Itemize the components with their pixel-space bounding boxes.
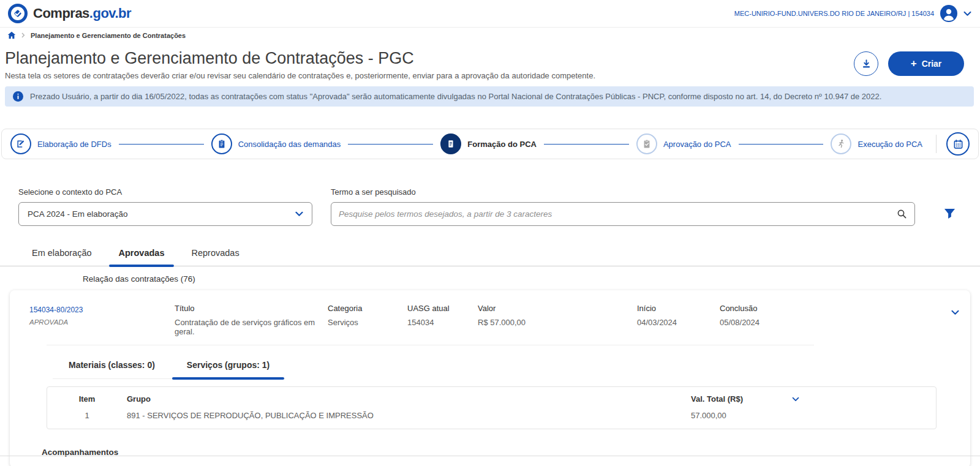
- comprasgov-logo-icon: [7, 3, 28, 24]
- items-table: Item Grupo Val. Total (R$) 1 891 - SERVI…: [47, 386, 937, 429]
- field-valor: Valor R$ 57.000,00: [478, 304, 637, 327]
- field-inicio: Início 04/03/2024: [637, 304, 720, 327]
- chevron-down-icon: [295, 211, 303, 217]
- page-title: Planejamento e Gerenciamento de Contrata…: [5, 49, 595, 68]
- edit-document-icon: [10, 133, 31, 154]
- user-avatar-icon[interactable]: [940, 5, 957, 22]
- info-alert-text: Prezado Usuário, a partir do dia 16/05/2…: [30, 92, 881, 101]
- title-actions: + Criar: [854, 51, 964, 76]
- step-formacao-pca[interactable]: Formação do PCA: [440, 133, 537, 154]
- field-label: Título: [175, 304, 322, 313]
- table-collapse-chevron-icon[interactable]: [792, 397, 799, 402]
- bottom-divider: [0, 456, 980, 456]
- plus-icon: +: [911, 58, 917, 70]
- tab-aprovadas[interactable]: Aprovadas: [105, 242, 178, 266]
- logo-text-dark: Compras: [33, 6, 89, 21]
- subtab-servicos[interactable]: Serviços (grupos: 1): [171, 354, 285, 378]
- summary-divider: [47, 345, 814, 345]
- step-consolidacao-demandas[interactable]: Consolidação das demandas: [211, 133, 341, 154]
- header-val-total: Val. Total (R$): [691, 394, 792, 404]
- pgc-page: Compras.gov.br MEC-UNIRIO-FUND.UNIVERS.D…: [0, 0, 980, 466]
- title-block: Planejamento e Gerenciamento de Contrata…: [5, 49, 595, 80]
- title-row: Planejamento e Gerenciamento de Contrata…: [0, 43, 980, 80]
- step-execucao-pca[interactable]: Execução do PCA: [831, 133, 922, 154]
- download-icon: [861, 59, 872, 69]
- subtab-materiais[interactable]: Materiais (classes: 0): [53, 354, 171, 378]
- stepper-connector: [739, 144, 824, 145]
- field-label: Conclusão: [720, 304, 937, 313]
- filter-funnel-icon: [944, 208, 956, 219]
- tab-em-elaboracao[interactable]: Em elaboração: [18, 242, 105, 266]
- breadcrumb: Planejamento e Gerenciamento de Contrata…: [0, 27, 980, 43]
- field-uasg-atual: UASG atual 154034: [407, 304, 478, 327]
- cell-item: 1: [47, 411, 127, 420]
- contract-id-column: 154034-80/2023 APROVADA: [29, 304, 175, 326]
- breadcrumb-separator-icon: [21, 32, 25, 38]
- pca-context-selected-value: PCA 2024 - Em elaboração: [28, 209, 128, 219]
- home-icon[interactable]: [7, 31, 16, 39]
- header-item: Item: [47, 394, 127, 404]
- user-organization-label: MEC-UNIRIO-FUND.UNIVERS.DO RIO DE JANEIR…: [734, 10, 934, 17]
- contract-card: 154034-80/2023 APROVADA Título Contrataç…: [10, 290, 970, 466]
- contract-status-badge: APROVADA: [29, 318, 175, 326]
- pca-stepper: Elaboração de DFDs Consolidação das dema…: [1, 129, 979, 159]
- field-label: UASG atual: [407, 304, 472, 313]
- step-elaboracao-dfds[interactable]: Elaboração de DFDs: [10, 133, 111, 154]
- field-conclusao: Conclusão 05/08/2024: [720, 304, 943, 327]
- field-titulo: Título Contratação de de serviços gráfic…: [175, 304, 328, 336]
- filters-row: Selecione o contexto do PCA PCA 2024 - E…: [0, 187, 980, 226]
- header-grupo: Grupo: [127, 394, 691, 404]
- field-value: Contratação de de serviços gráficos em g…: [175, 318, 322, 336]
- items-table-header: Item Grupo Val. Total (R$): [47, 394, 936, 404]
- calendar-button[interactable]: [946, 132, 970, 156]
- pca-context-select[interactable]: PCA 2024 - Em elaboração: [18, 202, 312, 226]
- field-value: 154034: [407, 318, 472, 327]
- clipboard-check-icon: [636, 133, 657, 154]
- logo-text-blue: .gov.br: [89, 6, 131, 21]
- step-label: Elaboração de DFDs: [37, 140, 111, 149]
- category-subtabs: Materiais (classes: 0) Serviços (grupos:…: [53, 354, 285, 379]
- comprasgov-logo-text: Compras.gov.br: [33, 6, 131, 21]
- download-button[interactable]: [854, 51, 878, 76]
- page-subtitle: Nesta tela os setores de contratações de…: [5, 71, 595, 80]
- create-button-label: Criar: [922, 59, 942, 69]
- search-icon[interactable]: [897, 209, 907, 219]
- stepper-divider: [936, 135, 937, 153]
- field-label: Valor: [478, 304, 631, 313]
- field-label: Categoria: [328, 304, 401, 313]
- create-button[interactable]: + Criar: [888, 51, 964, 76]
- document-icon: [440, 133, 461, 154]
- contracts-count-label: Relação das contratações (76): [83, 274, 980, 284]
- step-aprovacao-pca[interactable]: Aprovação do PCA: [636, 133, 731, 154]
- context-select-label: Selecione o contexto do PCA: [18, 187, 312, 197]
- search-label: Termo a ser pesquisado: [331, 187, 915, 197]
- comprasgov-logo[interactable]: Compras.gov.br: [7, 3, 131, 24]
- runner-icon: [831, 133, 851, 154]
- user-menu-chevron-icon[interactable]: [963, 11, 971, 17]
- tab-reprovadas[interactable]: Reprovadas: [178, 242, 252, 266]
- cell-val-total: 57.000,00: [691, 411, 792, 420]
- user-area: MEC-UNIRIO-FUND.UNIVERS.DO RIO DE JANEIR…: [734, 5, 971, 22]
- table-row: 1 891 - SERVIÇOS DE REPRODUÇÃO, PUBLICAÇ…: [47, 411, 936, 420]
- contract-summary-row: 154034-80/2023 APROVADA Título Contrataç…: [10, 299, 970, 345]
- step-label: Consolidação das demandas: [238, 140, 341, 149]
- search-input[interactable]: [339, 209, 897, 219]
- context-select-group: Selecione o contexto do PCA PCA 2024 - E…: [18, 187, 312, 226]
- stepper-connector: [348, 144, 433, 145]
- field-value: Serviços: [328, 318, 401, 327]
- info-icon: [13, 91, 23, 102]
- field-value: 05/08/2024: [720, 318, 937, 327]
- search-group: Termo a ser pesquisado: [331, 187, 915, 226]
- field-value: 04/03/2024: [637, 318, 714, 327]
- collapse-row-chevron-icon[interactable]: [951, 310, 959, 315]
- app-header: Compras.gov.br MEC-UNIRIO-FUND.UNIVERS.D…: [0, 0, 980, 27]
- field-value: R$ 57.000,00: [478, 318, 631, 327]
- cell-grupo: 891 - SERVIÇOS DE REPRODUÇÃO, PUBLICAÇÃO…: [127, 411, 691, 420]
- filter-button[interactable]: [937, 201, 962, 226]
- breadcrumb-current[interactable]: Planejamento e Gerenciamento de Contrata…: [31, 32, 186, 39]
- clipboard-icon: [211, 133, 232, 154]
- stepper-connector: [119, 144, 204, 145]
- contract-id-link[interactable]: 154034-80/2023: [29, 306, 83, 314]
- calendar-icon: [953, 139, 963, 149]
- field-label: Início: [637, 304, 714, 313]
